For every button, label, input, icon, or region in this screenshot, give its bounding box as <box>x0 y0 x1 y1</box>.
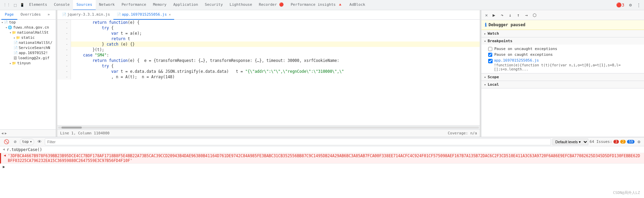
issues-count: 64 Issues: 3 2 59 <box>590 139 634 144</box>
tree-item-tinyun[interactable]: ▸ 📁 tinyun <box>0 61 56 66</box>
watch-section: ▸ Watch <box>481 30 644 37</box>
scope-section: ▾ Scope <box>481 73 644 81</box>
console-input[interactable] <box>7 164 641 169</box>
expand-arrow: ▸ <box>14 36 15 39</box>
scope-header[interactable]: ▾ Scope <box>481 73 644 81</box>
code-line-catch: - } catch (e) {} <box>57 42 480 47</box>
info-icon: ℹ <box>485 22 486 28</box>
expand-arrow: ▾ <box>484 76 486 79</box>
tree-item-nationalHallSt[interactable]: ▾ 📁 nationalHallSt <box>0 30 56 35</box>
watch-header[interactable]: ▸ Watch <box>481 30 644 37</box>
panel-close-btn[interactable]: ✕ <box>483 12 490 18</box>
code-line: - try { <box>57 63 480 69</box>
settings-cog-btn[interactable]: ⚙ <box>636 138 642 145</box>
breakpoint-filename[interactable]: app.1697015255056.js <box>494 58 641 63</box>
tab-sources[interactable]: Sources <box>73 0 95 10</box>
tab-perf-insights[interactable]: Performance insights 🔺 <box>287 0 346 10</box>
breakpoints-header[interactable]: ▾ Breakpoints <box>481 37 644 45</box>
tree-item-domain[interactable]: ▾ 🌐 fuwu.nhsa.gov.cn <box>0 25 56 30</box>
code-line: - }(t); <box>57 47 480 52</box>
scroll-thumb[interactable] <box>61 127 82 129</box>
output-arrow: ◀ <box>3 147 5 151</box>
tab-application[interactable]: Application <box>170 0 202 10</box>
step-into-btn[interactable]: ↓ <box>507 11 514 19</box>
open-file-jquery[interactable]: 📄 jquery-3.3.1.min.js <box>59 10 113 20</box>
sidebar-menu-btn[interactable]: ⋮ <box>53 12 56 18</box>
code-editor[interactable]: - return function(e) { - try { - var t =… <box>57 20 480 125</box>
tab-security[interactable]: Security <box>201 0 226 10</box>
sidebar-nav-arrow-right[interactable]: ▶ <box>5 131 7 135</box>
pause-uncaught-checkbox[interactable] <box>488 47 492 51</box>
folder-icon: 📁 <box>12 31 16 34</box>
console-filter-input[interactable] <box>45 138 551 145</box>
tree-item-top[interactable]: ▾ 📄 top <box>0 20 56 25</box>
tree-item-static[interactable]: ▸ 📁 static <box>0 35 56 40</box>
breakpoint-code: !function(e){function t(t){for(var n,i,o… <box>494 63 641 71</box>
log-level-select[interactable]: Default levels ▾ <box>552 138 588 145</box>
local-header[interactable]: ▾ Local <box>481 81 644 88</box>
debugger-toolbar: ✕ ▶ ↷ ↓ ↑ → ⬡ <box>481 10 644 20</box>
file-tree: ▾ 📄 top ▾ 🌐 fuwu.nhsa.gov.cn ▾ 📁 <box>0 20 56 129</box>
code-footer: Line 1, Column 1104000 Coverage: n/a <box>57 129 480 137</box>
expand-arrow: ▸ <box>10 62 11 65</box>
tab-lighthouse[interactable]: Lighthouse <box>226 0 255 10</box>
scroll-track <box>58 127 479 129</box>
local-section: ▾ Local <box>481 81 644 88</box>
tree-item-file2[interactable]: 📄 ServiceSearchN <box>0 45 56 50</box>
tab-console[interactable]: Console <box>51 0 73 10</box>
console-text: r.toUpperCase() <box>7 147 42 152</box>
step-over-btn[interactable]: ↷ <box>498 11 506 19</box>
subtab-page[interactable]: Page <box>1 10 17 20</box>
eye-btn[interactable]: 👁 <box>36 138 43 145</box>
tree-item-gif[interactable]: 🖼 loading@2x.gif <box>0 55 56 61</box>
device-icon[interactable]: 📱 <box>18 2 26 7</box>
console-row-error: ◀ '3DFBCA4667B978F639BB23B95DCE4CC7BDF17… <box>0 153 644 164</box>
sidebar-nav-arrow[interactable]: ◀ <box>1 131 3 135</box>
tab-memory[interactable]: Memory <box>150 0 170 10</box>
file-icon: 📄 <box>14 46 18 50</box>
clear-console-btn[interactable]: 🚫 <box>2 138 11 145</box>
devtools-menu[interactable]: ⋮⋮ <box>1 2 12 8</box>
tree-item-appjs[interactable]: 📄 app.16970152! <box>0 50 56 55</box>
tab-recorder[interactable]: Recorder 🔴 <box>256 0 288 10</box>
folder-icon: 📄 <box>4 20 8 24</box>
open-file-app[interactable]: 📄 app.1697015255056.js ✕ <box>113 10 174 20</box>
top-selector[interactable]: top ▾ <box>20 138 35 145</box>
more-menu-btn[interactable]: ⋮ <box>635 2 643 8</box>
console-toolbar: 🚫 ⊘ top ▾ 👁 Default levels ▾ 64 Issues: … <box>0 137 644 146</box>
close-tab-btn[interactable]: ✕ <box>169 13 171 16</box>
expand-arrow: ▾ <box>10 31 11 34</box>
pause-uncaught-row: Pause on uncaught exceptions <box>488 46 641 52</box>
warn-count-badge: 2 <box>620 140 626 144</box>
tab-performance[interactable]: Performance <box>118 0 150 10</box>
error-arrow: ◀ <box>4 153 6 157</box>
settings-btn[interactable]: ⚙ <box>627 2 633 8</box>
code-line: - var t = e.data.data && JSON.stringify(… <box>57 69 480 74</box>
sources-subtabs: Page Overrides » ⋮ <box>0 10 56 20</box>
tree-item-file1[interactable]: 📄 nationalHallSt/ <box>0 40 56 45</box>
step-out-btn[interactable]: ↑ <box>515 11 522 19</box>
horizontal-scrollbar[interactable] <box>57 125 480 129</box>
code-line: - , n = A(t); n = Array(148) <box>57 74 480 80</box>
breakpoint-checkbox[interactable] <box>488 59 493 63</box>
code-line: - return function(e) { e = {transformReq… <box>57 58 480 63</box>
prompt-arrow: ▶ <box>3 164 5 169</box>
inspect-icon[interactable]: ⬚ <box>12 2 18 8</box>
no-filter-btn[interactable]: ⊘ <box>12 138 18 145</box>
step-btn[interactable]: → <box>523 11 530 19</box>
debugger-panel: ✕ ▶ ↷ ↓ ↑ → ⬡ ℹ Debugger paused ▸ Watch <box>481 10 644 137</box>
deactivate-btn[interactable]: ⬡ <box>531 11 538 19</box>
console-error-text: '3DFBCA4667B978F639BB23B95DCE4CC7BDF178A… <box>8 153 641 163</box>
pause-caught-checkbox[interactable] <box>488 53 492 57</box>
resume-btn[interactable]: ▶ <box>490 11 498 19</box>
tab-elements[interactable]: Elements <box>26 0 51 10</box>
subtab-more[interactable]: » <box>44 10 53 20</box>
console-prompt[interactable]: ▶ <box>0 164 644 170</box>
tab-adblock[interactable]: AdBlock <box>346 0 368 10</box>
open-file-tabs: 📄 jquery-3.3.1.min.js 📄 app.169701525505… <box>57 10 480 20</box>
code-line: - return t <box>57 36 480 42</box>
subtab-overrides[interactable]: Overrides <box>17 10 44 20</box>
tab-network[interactable]: Network <box>96 0 118 10</box>
console-row: ◀ r.toUpperCase() <box>0 147 644 153</box>
error-badge[interactable]: 🔴 3 <box>614 2 626 8</box>
